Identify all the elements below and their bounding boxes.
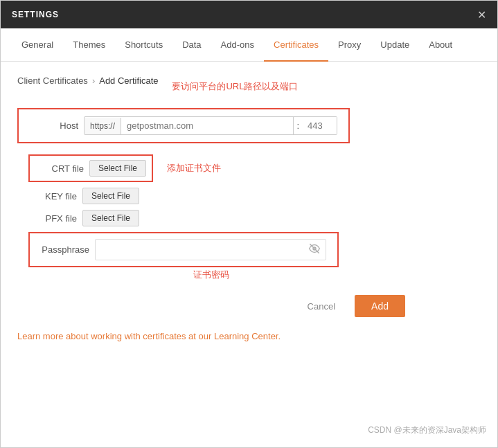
crt-row-outer: CRT file Select File 添加证书文件 <box>28 154 339 182</box>
pfx-row: PFX file Select File <box>28 210 339 226</box>
window-title: SETTINGS <box>12 10 59 19</box>
passphrase-input[interactable] <box>101 244 309 255</box>
content-area: Client Certificates › Add Certificate 要访… <box>1 62 497 447</box>
tab-general[interactable]: General <box>12 28 63 62</box>
host-section: Host https:// : <box>17 108 350 143</box>
port-separator: : <box>293 117 302 134</box>
tab-proxy[interactable]: Proxy <box>328 28 371 62</box>
breadcrumb: Client Certificates › Add Certificate <box>17 75 158 86</box>
file-rows-block: CRT file Select File 添加证书文件 KEY file Sel… <box>17 150 350 231</box>
passphrase-row: Passphrase <box>41 239 326 260</box>
passphrase-section: Passphrase <box>28 232 339 267</box>
passphrase-annotation: 证书密码 <box>84 269 339 281</box>
host-input-group: https:// : <box>84 116 337 135</box>
watermark: CSDN @未来的资深Java架构师 <box>368 424 486 436</box>
port-input[interactable] <box>302 117 337 134</box>
crt-label: CRT file <box>35 163 84 174</box>
pfx-label: PFX file <box>28 213 77 224</box>
breadcrumb-current: Add Certificate <box>99 75 158 86</box>
settings-window: SETTINGS ✕ General Themes Shortcuts Data… <box>0 0 498 448</box>
key-select-button[interactable]: Select File <box>82 188 139 204</box>
title-bar: SETTINGS ✕ <box>1 1 497 28</box>
add-button[interactable]: Add <box>355 295 405 317</box>
tab-addons[interactable]: Add-ons <box>211 28 264 62</box>
svg-line-1 <box>310 244 319 253</box>
crt-row-highlight: CRT file Select File <box>28 154 153 182</box>
host-prefix: https:// <box>85 118 121 134</box>
passphrase-label: Passphrase <box>41 244 89 255</box>
close-button[interactable]: ✕ <box>477 8 486 21</box>
crt-annotation: 添加证书文件 <box>167 162 221 174</box>
host-input[interactable] <box>121 117 293 134</box>
tab-certificates[interactable]: Certificates <box>264 28 328 62</box>
tab-update[interactable]: Update <box>371 28 419 62</box>
passphrase-block: Passphrase 证书密码 <box>17 232 350 281</box>
breadcrumb-parent: Client Certificates <box>17 75 88 86</box>
key-row: KEY file Select File <box>28 188 339 204</box>
breadcrumb-separator: › <box>92 75 95 86</box>
key-label: KEY file <box>28 191 77 201</box>
tab-themes[interactable]: Themes <box>63 28 115 62</box>
host-row: Host https:// : <box>30 116 337 135</box>
tab-data[interactable]: Data <box>172 28 211 62</box>
pfx-select-button[interactable]: Select File <box>82 210 139 226</box>
passphrase-input-wrapper <box>95 239 326 260</box>
tab-about[interactable]: About <box>419 28 462 62</box>
learn-more-link[interactable]: Learn more about working with certificat… <box>17 331 481 341</box>
nav-tabs: General Themes Shortcuts Data Add-ons Ce… <box>1 28 497 62</box>
action-row: Cancel Add <box>17 295 405 317</box>
tab-shortcuts[interactable]: Shortcuts <box>115 28 172 62</box>
eye-icon[interactable] <box>309 243 320 256</box>
cancel-button[interactable]: Cancel <box>296 296 346 317</box>
host-label: Host <box>30 120 78 131</box>
crt-select-button[interactable]: Select File <box>89 160 146 177</box>
url-annotation: 要访问平台的URL路径以及端口 <box>172 80 298 93</box>
